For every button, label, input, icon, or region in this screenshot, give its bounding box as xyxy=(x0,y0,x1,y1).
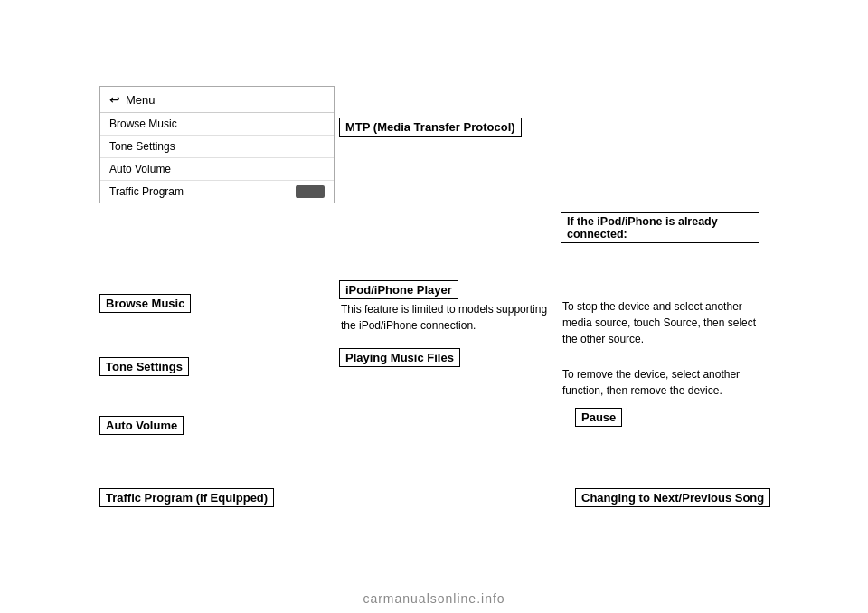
page-content: ↩ Menu Browse Music Tone Settings Auto V… xyxy=(0,0,868,613)
menu-item-browse[interactable]: Browse Music xyxy=(100,113,334,136)
auto-volume-heading: Auto Volume xyxy=(99,416,184,435)
playing-music-heading: Playing Music Files xyxy=(339,348,460,367)
traffic-program-heading: Traffic Program (If Equipped) xyxy=(99,488,274,507)
watermark: carmanualsonline.info xyxy=(363,591,505,606)
menu-item-tone[interactable]: Tone Settings xyxy=(100,136,334,158)
ipod-already-heading: If the iPod/iPhone is already connected: xyxy=(561,212,760,243)
traffic-normal: (If Equipped) xyxy=(193,491,268,505)
ipod-player-heading: iPod/iPhone Player xyxy=(339,280,458,299)
ipod-description-text: This feature is limited to models suppor… xyxy=(341,301,558,334)
traffic-bold: Traffic Program xyxy=(106,491,193,505)
stop-device-text: To stop the device and select another me… xyxy=(562,298,761,347)
tone-settings-heading: Tone Settings xyxy=(99,357,189,376)
menu-title: Menu xyxy=(126,93,156,107)
remove-device-text: To remove the device, select another fun… xyxy=(562,366,761,399)
menu-item-volume[interactable]: Auto Volume xyxy=(100,158,334,181)
changing-song-heading: Changing to Next/Previous Song xyxy=(575,488,770,507)
pause-heading: Pause xyxy=(575,408,622,427)
menu-box: ↩ Menu Browse Music Tone Settings Auto V… xyxy=(99,86,335,203)
mtp-heading: MTP (Media Transfer Protocol) xyxy=(339,118,522,137)
traffic-label: Traffic Program xyxy=(109,185,184,198)
browse-music-heading: Browse Music xyxy=(99,294,191,313)
menu-header: ↩ Menu xyxy=(100,87,334,113)
back-icon: ↩ xyxy=(109,92,120,107)
toggle-switch[interactable] xyxy=(296,185,325,198)
menu-item-traffic[interactable]: Traffic Program xyxy=(100,181,334,203)
